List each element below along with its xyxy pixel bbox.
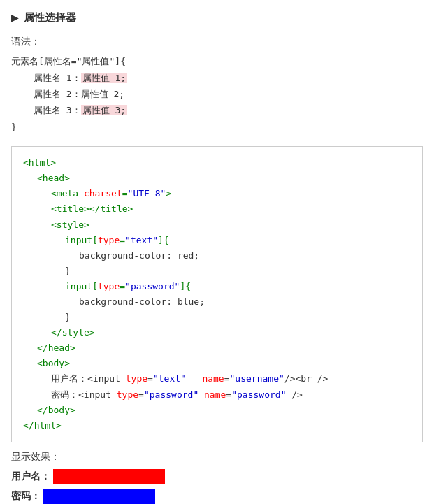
password-input[interactable] — [43, 489, 155, 504]
syntax-line2: 属性名 1：属性值 1; — [11, 70, 423, 86]
code-box: <html> <head> <meta charset="UTF-8"> <ti… — [11, 146, 423, 442]
code-line-11: } — [23, 310, 411, 325]
syntax-line5: } — [11, 119, 423, 135]
password-label: 密码： — [11, 490, 41, 503]
code-line-4: <title></title> — [23, 201, 411, 217]
demo-password-row: 密码： — [11, 489, 423, 504]
username-input[interactable] — [53, 469, 165, 484]
syntax-label: 语法： — [11, 33, 423, 50]
code-line-15: 用户名：<input type="text" name="username"/>… — [23, 371, 411, 387]
username-label: 用户名： — [11, 470, 50, 483]
code-line-9: input[type="password"]{ — [23, 279, 411, 294]
arrow-icon: ▶ — [11, 13, 18, 23]
code-line-5: <style> — [23, 217, 411, 233]
code-line-7: background-color: red; — [23, 248, 411, 264]
syntax-line1: 元素名[属性名="属性值"]{ — [11, 53, 423, 69]
code-line-8: } — [23, 264, 411, 279]
code-line-16: 密码：<input type="password" name="password… — [23, 387, 411, 403]
code-line-13: </head> — [23, 340, 411, 356]
code-line-12: </style> — [23, 325, 411, 340]
code-line-10: background-color: blue; — [23, 294, 411, 310]
code-line-17: </body> — [23, 403, 411, 418]
section-title: ▶ 属性选择器 — [11, 11, 423, 24]
code-line-1: <html> — [23, 155, 411, 171]
syntax-block: 语法： 元素名[属性名="属性值"]{ 属性名 1：属性值 1; 属性名 2：属… — [11, 33, 423, 135]
display-label: 显示效果： — [11, 451, 423, 463]
demo-username-row: 用户名： — [11, 469, 423, 484]
code-line-2: <head> — [23, 171, 411, 186]
syntax-line3: 属性名 2：属性值 2; — [11, 86, 423, 102]
code-line-18: </html> — [23, 418, 411, 433]
syntax-line4: 属性名 3：属性值 3; — [11, 102, 423, 118]
code-line-3: <meta charset="UTF-8"> — [23, 186, 411, 201]
code-line-14: <body> — [23, 356, 411, 371]
code-line-6: input[type="text"]{ — [23, 233, 411, 248]
